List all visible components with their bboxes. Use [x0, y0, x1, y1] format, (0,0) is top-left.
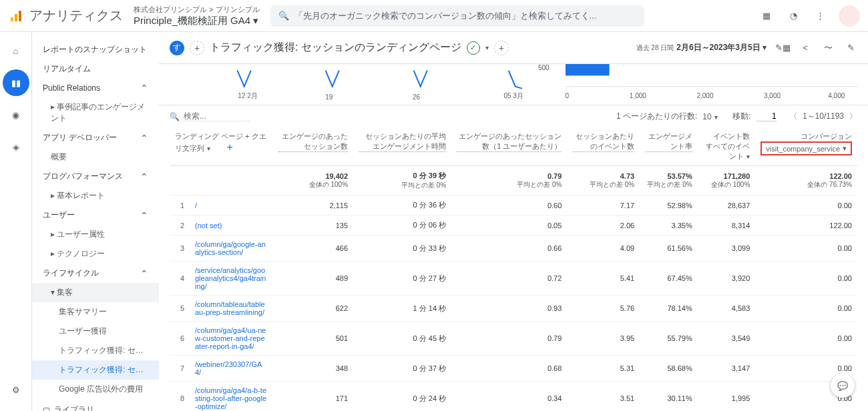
report-title: トラフィック獲得: セッションのランディングページ: [210, 41, 461, 55]
table-row[interactable]: 7 /webiner/230307/GA4/ 348 0 分 37 秒 0.68…: [170, 356, 857, 382]
add-dimension-button[interactable]: +: [226, 141, 232, 153]
cell: 348: [273, 356, 353, 382]
sidebar-acquisition[interactable]: ▾ 集客: [32, 283, 159, 302]
prev-page-button[interactable]: 〈: [789, 111, 797, 122]
x-tick: 3,000: [764, 92, 781, 99]
sidebar-group-lifecycle[interactable]: ライフサイクル⌃: [32, 264, 159, 283]
feedback-button[interactable]: 💬: [831, 374, 855, 398]
cell: 3.35%: [640, 216, 698, 236]
conversion-filter[interactable]: visit_company_service ▾: [761, 141, 852, 155]
table-row[interactable]: 4 /service/analytics/googleanalytics4/ga…: [170, 262, 857, 296]
cell: 0.00: [755, 296, 857, 322]
landing-page[interactable]: /column/ga/ga4/a-b-testing-tool-after-go…: [190, 382, 273, 412]
sidebar-acq-summary[interactable]: 集客サマリー: [32, 302, 159, 322]
sidebar-blog-sub[interactable]: ▸ 基本レポート: [32, 186, 159, 206]
sidebar-appdev-sub[interactable]: 概要: [32, 147, 159, 167]
avatar[interactable]: [839, 5, 860, 27]
sidebar-user-attr[interactable]: ▸ ユーザー属性: [32, 225, 159, 244]
goto-label: 移動:: [732, 111, 750, 122]
sidebar-user-tech[interactable]: ▸ テクノロジー: [32, 244, 159, 264]
sidebar-pr-sub[interactable]: ▸ 事例記事のエンゲージメント: [32, 97, 159, 128]
sidebar-library[interactable]: ▢ ライブラリ: [32, 399, 159, 411]
dimension-selector[interactable]: ランディング ページ + クエリ文字列: [175, 132, 266, 152]
landing-page[interactable]: (not set): [190, 216, 273, 236]
cell: 3,147: [698, 356, 756, 382]
rows-select[interactable]: 10: [702, 112, 717, 121]
table-row[interactable]: 6 /column/ga/ga4/ua-new-customer-and-rep…: [170, 322, 857, 356]
col-events-per-session[interactable]: セッションあたりのイベント数: [567, 127, 640, 166]
col-events[interactable]: イベント数すべてのイベント: [698, 127, 756, 166]
col-conversions[interactable]: コンバージョンvisit_company_service ▾: [755, 127, 857, 166]
settings-icon[interactable]: ⚙: [3, 376, 29, 403]
col-engaged-per-user[interactable]: エンゲージのあったセッション数（1 ユーザーあたり）: [451, 127, 567, 166]
col-engagement-rate[interactable]: エンゲージメント率: [640, 127, 698, 166]
cell: 7.17: [567, 195, 640, 216]
row-index: 3: [170, 236, 190, 262]
table-row[interactable]: 3 /column/ga/google-analytics-section/ 4…: [170, 236, 857, 262]
sidebar-group-user[interactable]: ユーザー⌃: [32, 206, 159, 225]
events-filter[interactable]: すべてのイベント: [706, 142, 750, 160]
check-icon[interactable]: ✓: [467, 41, 480, 55]
property-selector[interactable]: Principle_機能検証用 GA4 ▾: [134, 15, 260, 27]
landing-page[interactable]: /: [190, 195, 273, 216]
x-tick: 4,000: [828, 92, 845, 99]
x-tick: 12 2月: [238, 91, 257, 101]
cell: 3.51: [567, 382, 640, 412]
sidebar-snapshot[interactable]: レポートのスナップショット: [32, 40, 159, 59]
dropdown-icon[interactable]: ▾: [485, 44, 489, 51]
sidebar-realtime[interactable]: リアルタイム: [32, 59, 159, 79]
date-range-picker[interactable]: 過去 28 日間2月6日～2023年3月5日 ▾: [636, 42, 767, 53]
rail-explore-icon[interactable]: ◉: [3, 101, 29, 128]
sidebar-group-pr[interactable]: Public Relations⌃: [32, 79, 159, 97]
landing-page[interactable]: /column/tableau/tableau-prep-streamlinin…: [190, 296, 273, 322]
cell: 0.00: [755, 262, 857, 296]
sidebar-group-appdev[interactable]: アプリ デベロッパー⌃: [32, 128, 159, 147]
landing-page[interactable]: /column/ga/google-analytics-section/: [190, 236, 273, 262]
landing-page[interactable]: /column/ga/ga4/ua-new-customer-and-repea…: [190, 322, 273, 356]
next-page-button[interactable]: 〉: [849, 111, 857, 122]
cell: 0.72: [451, 262, 567, 296]
table-row[interactable]: 2 (not set) 135 0 分 06 秒 0.05 2.06 3.35%…: [170, 216, 857, 236]
sidebar-acq-google[interactable]: Google 広告以外の費用: [32, 380, 159, 399]
cell: 0 分 27 秒: [353, 262, 451, 296]
landing-page[interactable]: /webiner/230307/GA4/: [190, 356, 273, 382]
help-icon[interactable]: ◔: [785, 8, 801, 24]
rail-advertising-icon[interactable]: ◈: [3, 133, 29, 160]
col-avg-engagement-time[interactable]: セッションあたりの平均エンゲージメント時間: [353, 127, 451, 166]
add-comparison-button[interactable]: +: [494, 41, 509, 55]
goto-input[interactable]: [756, 111, 777, 121]
table-row[interactable]: 8 /column/ga/ga4/a-b-testing-tool-after-…: [170, 382, 857, 412]
share-icon[interactable]: <: [799, 41, 812, 55]
cell: 622: [273, 296, 353, 322]
segment-badge[interactable]: す: [170, 41, 184, 55]
edit-icon[interactable]: ✎: [844, 41, 857, 55]
cell: 4.09: [567, 236, 640, 262]
cell: 466: [273, 236, 353, 262]
cell: 1 分 14 秒: [353, 296, 451, 322]
apps-icon[interactable]: ▦: [758, 8, 775, 24]
cell: 5.41: [567, 262, 640, 296]
landing-page[interactable]: /service/analytics/googleanalytics4/ga4t…: [190, 262, 273, 296]
sidebar-acq-traffic2[interactable]: トラフィック獲得: セッショ...: [32, 360, 159, 380]
table-search-input[interactable]: [184, 111, 250, 121]
table-row[interactable]: 1 / 2,115 0 分 36 秒 0.60 7.17 52.98% 28,6…: [170, 195, 857, 216]
cell: 58.68%: [640, 356, 698, 382]
customize-icon[interactable]: ✎▦: [776, 41, 789, 55]
analytics-logo-icon: [8, 8, 24, 24]
sidebar-acq-user[interactable]: ユーザー獲得: [32, 322, 159, 341]
sidebar-group-blog[interactable]: ブログパフォーマンス⌃: [32, 167, 159, 186]
add-segment-button[interactable]: +: [190, 41, 204, 55]
rail-reports-icon[interactable]: ▮▮: [3, 69, 29, 96]
cell: 5.31: [567, 356, 640, 382]
more-icon[interactable]: ⋮: [812, 8, 828, 24]
table-row[interactable]: 5 /column/tableau/tableau-prep-streamlin…: [170, 296, 857, 322]
sidebar-acq-traffic1[interactable]: トラフィック獲得: セッショ...: [32, 341, 159, 360]
row-index: 7: [170, 356, 190, 382]
rail-home-icon[interactable]: ⌂: [3, 37, 29, 64]
col-engaged-sessions[interactable]: エンゲージのあったセッション数: [273, 127, 353, 166]
cell: 0.60: [451, 195, 567, 216]
table-search[interactable]: 🔍: [170, 111, 608, 121]
global-search[interactable]: 🔍 「先月のオーガニック検索でのコンバージョン数の傾向」と検索してみてく...: [270, 5, 644, 27]
insights-icon[interactable]: 〜: [821, 41, 835, 55]
breadcrumb[interactable]: 株式会社プリンシプル > プリンシプル: [134, 5, 260, 15]
